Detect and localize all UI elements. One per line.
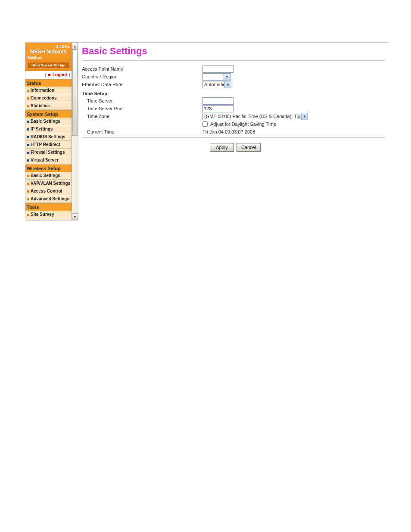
- apply-button[interactable]: Apply: [210, 143, 234, 152]
- scroll-down-icon[interactable]: ▼: [72, 213, 78, 220]
- input-time-port[interactable]: [202, 105, 234, 112]
- nav-statistics[interactable]: Statistics: [25, 102, 72, 110]
- select-time-zone-value: (GMT-08:00) Pacific Time (US & Canada); …: [203, 113, 301, 120]
- brand-bridge: High Speed Bridge: [28, 62, 69, 68]
- brand-ghz: 2.4GHz: [28, 44, 69, 49]
- select-time-zone[interactable]: (GMT-08:00) Pacific Time (US & Canada); …: [202, 113, 308, 120]
- checkbox-dst[interactable]: [202, 121, 208, 127]
- nav-wl-access[interactable]: Access Control: [25, 187, 72, 195]
- nav-wl-vap[interactable]: VAP/VLAN Settings: [25, 180, 72, 187]
- nav-wl-advanced[interactable]: Advanced Settings: [25, 195, 72, 203]
- subhead-time-setup: Time Setup: [82, 91, 389, 96]
- sidebar: 2.4GHz MESH Network 54Mbps High Speed Br…: [25, 42, 72, 221]
- cancel-button[interactable]: Cancel: [237, 143, 261, 152]
- bullet-icon: [27, 144, 29, 146]
- bullet-icon: [27, 183, 29, 185]
- label-dst: Adjust for Daylight Saving Time: [210, 121, 276, 127]
- nav-label: Advanced Settings: [31, 196, 69, 202]
- bullet-icon: [27, 121, 29, 123]
- bullet-icon: [27, 90, 29, 92]
- nav-label: Site Survey: [31, 212, 54, 217]
- bullet-icon: [27, 190, 29, 193]
- bullet-icon: [27, 152, 29, 154]
- section-tools: Tools: [25, 203, 72, 211]
- input-ap-name[interactable]: [202, 65, 234, 73]
- label-current-time: Current Time: [82, 129, 202, 134]
- chevron-down-icon[interactable]: ▼: [224, 74, 230, 80]
- nav-basic-settings[interactable]: Basic Settings: [25, 118, 72, 125]
- label-country: Country / Region: [82, 74, 202, 79]
- logout-row: [ ■ Logout ]: [25, 71, 72, 79]
- nav-label: Link Test: [31, 220, 49, 221]
- main-content: Basic Settings Access Point Name Country…: [82, 42, 411, 152]
- label-ap-name: Access Point Name: [82, 66, 202, 72]
- scroll-track[interactable]: [72, 50, 78, 213]
- bracket-close: ]: [68, 72, 70, 77]
- nav-label: Statistics: [31, 103, 50, 109]
- chevron-down-icon[interactable]: ▼: [301, 113, 308, 120]
- nav-label: Basic Settings: [31, 119, 60, 124]
- nav-virtual-server[interactable]: Virtual Server: [25, 156, 72, 164]
- sidebar-scrollbar[interactable]: ▲ ▼: [72, 42, 78, 221]
- logout-bullet: ■: [48, 72, 50, 77]
- page-title: Basic Settings: [82, 43, 389, 60]
- nav-label: HTTP Redirect: [31, 142, 60, 147]
- nav-radius-settings[interactable]: RADIUS Settings: [25, 133, 72, 141]
- bullet-icon: [27, 198, 29, 200]
- bracket-open: [: [45, 72, 47, 77]
- section-system: System Setup: [25, 110, 72, 118]
- scroll-thumb[interactable]: [72, 50, 78, 136]
- nav-label: Access Control: [31, 189, 62, 194]
- nav-site-survey[interactable]: Site Survey: [25, 211, 72, 218]
- nav-information[interactable]: Information: [25, 87, 72, 94]
- value-current-time: Fri Jan 04 09:03:07 2008: [202, 129, 255, 134]
- bullet-icon: [27, 105, 29, 107]
- select-data-rate-value: Automatic: [203, 81, 224, 88]
- nav-connections[interactable]: Connections: [25, 94, 72, 102]
- input-time-server[interactable]: [202, 97, 234, 105]
- brand-header: 2.4GHz MESH Network 54Mbps High Speed Br…: [25, 43, 72, 71]
- select-country[interactable]: ▼: [202, 73, 230, 81]
- nav-http-redirect[interactable]: HTTP Redirect: [25, 141, 72, 149]
- nav-label: Virtual Server: [31, 158, 59, 163]
- label-data-rate: Ethernet Data Rate: [82, 82, 202, 87]
- logout-link[interactable]: Logout: [53, 72, 67, 77]
- bullet-icon: [27, 214, 29, 216]
- nav-label: Firewall Settings: [31, 150, 65, 155]
- bullet-icon: [27, 136, 29, 138]
- nav-label: Information: [31, 88, 54, 93]
- bullet-icon: [27, 175, 29, 177]
- nav-firewall-settings[interactable]: Firewall Settings: [25, 149, 72, 156]
- chevron-down-icon[interactable]: ▼: [224, 81, 231, 88]
- nav-label: VAP/VLAN Settings: [31, 181, 70, 186]
- nav-wl-basic[interactable]: Basic Settings: [25, 172, 72, 180]
- section-status: Status: [25, 79, 72, 87]
- nav-label: RADIUS Settings: [31, 134, 65, 140]
- nav-link-test[interactable]: Link Test: [25, 218, 72, 221]
- nav-ip-settings[interactable]: IP Settings: [25, 125, 72, 133]
- nav-label: Connections: [31, 96, 57, 101]
- brand-title: MESH Network: [28, 49, 69, 55]
- section-wireless: Wireless Setup: [25, 165, 72, 172]
- nav-label: IP Settings: [31, 127, 53, 132]
- scroll-up-icon[interactable]: ▲: [72, 43, 78, 50]
- frame-divider: [78, 42, 82, 43]
- bullet-icon: [27, 159, 29, 162]
- label-time-port: Time Server Port: [82, 106, 202, 111]
- brand-mbps: 54Mbps: [28, 56, 69, 60]
- select-data-rate[interactable]: Automatic ▼: [202, 81, 231, 88]
- label-time-server: Time Server: [82, 98, 202, 103]
- nav-label: Basic Settings: [31, 173, 60, 178]
- select-country-value: [203, 74, 224, 80]
- bullet-icon: [27, 128, 29, 131]
- label-time-zone: Time Zone: [82, 114, 202, 119]
- bullet-icon: [27, 97, 29, 100]
